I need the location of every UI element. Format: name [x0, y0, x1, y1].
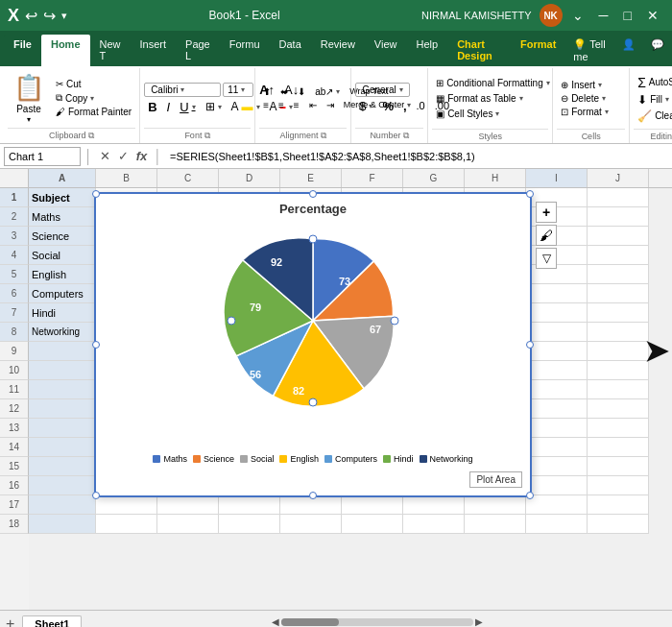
row-num-6[interactable]: 6 [0, 284, 29, 303]
delete-cells-button[interactable]: ⊖ Delete ▾ [557, 92, 612, 105]
cell-j10[interactable] [588, 361, 649, 380]
cell-c17[interactable] [157, 495, 219, 515]
scroll-left-button[interactable]: ◀ [272, 616, 279, 627]
tab-data[interactable]: Data [270, 35, 311, 66]
row-num-11[interactable]: 11 [0, 380, 29, 399]
cell-a12[interactable] [29, 399, 96, 419]
cell-i6[interactable] [526, 284, 588, 303]
col-header-b[interactable]: B [96, 169, 157, 187]
minimize-button[interactable]: ─ [593, 6, 614, 25]
row-num-4[interactable]: 4 [0, 246, 29, 265]
col-header-c[interactable]: C [157, 169, 219, 187]
tab-format[interactable]: Format [511, 35, 565, 66]
insert-function-button[interactable]: fx [133, 148, 151, 164]
clipboard-expand-icon[interactable]: ⧉ [88, 131, 94, 140]
cell-styles-dropdown[interactable]: ▾ [495, 109, 499, 118]
tab-formu[interactable]: Formu [220, 35, 270, 66]
row-num-15[interactable]: 15 [0, 457, 29, 476]
insert-dropdown[interactable]: ▾ [598, 81, 602, 89]
resize-handle-tl[interactable] [92, 190, 100, 198]
undo-button[interactable]: ↩ [25, 7, 37, 25]
cell-i14[interactable] [526, 438, 588, 457]
cell-j2[interactable] [588, 207, 649, 227]
row-num-14[interactable]: 14 [0, 438, 29, 457]
align-top-button[interactable]: ⬆ [259, 85, 275, 98]
cell-a1[interactable]: Subject [29, 188, 96, 207]
format-dropdown[interactable]: ▾ [605, 108, 609, 116]
row-num-16[interactable]: 16 [0, 476, 29, 495]
align-left-button[interactable]: ≡ [259, 99, 273, 111]
formula-confirm-button[interactable]: ✓ [115, 148, 132, 164]
row-num-5[interactable]: 5 [0, 265, 29, 284]
row-num-1[interactable]: 1 [0, 188, 29, 207]
resize-handle-tc[interactable] [309, 190, 317, 198]
insert-cells-button[interactable]: ⊕ Insert ▾ [557, 79, 612, 91]
horizontal-scroll[interactable]: ◀ ▶ [82, 616, 672, 627]
cell-j9[interactable] [588, 342, 649, 361]
col-header-a[interactable]: A [29, 169, 96, 187]
cell-j12[interactable] [588, 399, 649, 419]
cell-styles-button[interactable]: ▣ Cell Styles ▾ [432, 107, 554, 121]
font-name-selector[interactable]: Calibri ▾ [144, 83, 221, 97]
row-num-10[interactable]: 10 [0, 361, 29, 380]
fill-dropdown[interactable]: ▾ [665, 95, 669, 104]
align-center-button[interactable]: ≡ [275, 99, 288, 111]
maximize-button[interactable]: □ [618, 6, 637, 25]
font-size-selector[interactable]: 11 ▾ [223, 83, 253, 97]
col-header-f[interactable]: F [342, 169, 403, 187]
format-cells-button[interactable]: ⊡ Format ▾ [557, 106, 612, 118]
cell-j5[interactable] [588, 265, 649, 284]
pie-chart[interactable]: 73 67 82 56 79 92 [207, 220, 419, 422]
cell-i10[interactable] [526, 361, 588, 380]
resize-handle-bl[interactable] [92, 492, 100, 499]
ribbon-display-button[interactable]: ⌄ [566, 6, 589, 25]
cell-d18[interactable] [219, 515, 280, 534]
tab-review[interactable]: Review [311, 35, 365, 66]
decrease-indent-button[interactable]: ⇤ [305, 99, 321, 111]
cell-b18[interactable] [96, 515, 157, 534]
col-header-g[interactable]: G [403, 169, 465, 187]
user-avatar[interactable]: NK [540, 4, 563, 27]
cell-i11[interactable] [526, 380, 588, 399]
row-num-8[interactable]: 8 [0, 323, 29, 342]
cell-j15[interactable] [588, 457, 649, 476]
italic-button[interactable]: I [163, 99, 175, 115]
percent-button[interactable]: % [378, 98, 397, 114]
chart-filters-button[interactable]: ▽ [536, 248, 557, 269]
row-num-7[interactable]: 7 [0, 303, 29, 323]
number-format-selector[interactable]: General ▾ [355, 83, 410, 97]
cell-j17[interactable] [588, 495, 649, 515]
cell-i18[interactable] [526, 515, 588, 534]
col-header-e[interactable]: E [280, 169, 342, 187]
cell-b17[interactable] [96, 495, 157, 515]
row-num-13[interactable]: 13 [0, 419, 29, 438]
resize-handle-mr[interactable] [526, 341, 534, 349]
resize-handle-tr[interactable] [526, 190, 534, 198]
format-table-dropdown[interactable]: ▾ [519, 94, 523, 103]
close-button[interactable]: ✕ [641, 6, 664, 25]
cell-h18[interactable] [465, 515, 526, 534]
cell-f18[interactable] [342, 515, 403, 534]
resize-handle-ml[interactable] [92, 341, 100, 349]
fill-button[interactable]: ⬇ Fill ▾ [634, 92, 672, 108]
cell-j3[interactable] [588, 227, 649, 246]
tab-newt[interactable]: New T [90, 35, 131, 66]
cell-i15[interactable] [526, 457, 588, 476]
cell-g17[interactable] [403, 495, 465, 515]
format-table-button[interactable]: ▦ Format as Table ▾ [432, 91, 554, 106]
scroll-right-button[interactable]: ▶ [475, 616, 483, 627]
cell-j14[interactable] [588, 438, 649, 457]
cell-j18[interactable] [588, 515, 649, 534]
cell-a14[interactable] [29, 438, 96, 457]
cell-j1[interactable] [588, 188, 649, 207]
cell-i7[interactable] [526, 303, 588, 323]
row-num-17[interactable]: 17 [0, 495, 29, 515]
cut-button[interactable]: ✂ Cut [52, 78, 135, 90]
cell-a18[interactable] [29, 515, 96, 534]
paste-button[interactable]: 📋 Paste ▾ [8, 70, 50, 126]
cell-j13[interactable] [588, 419, 649, 438]
tab-insert[interactable]: Insert [131, 35, 177, 66]
formula-input[interactable]: =SERIES(Sheet1!$B$1,Sheet1!$A$2:$A$8,She… [166, 151, 668, 162]
underline-button[interactable]: U▾ [176, 99, 199, 115]
align-bottom-button[interactable]: ⬇ [294, 85, 309, 98]
